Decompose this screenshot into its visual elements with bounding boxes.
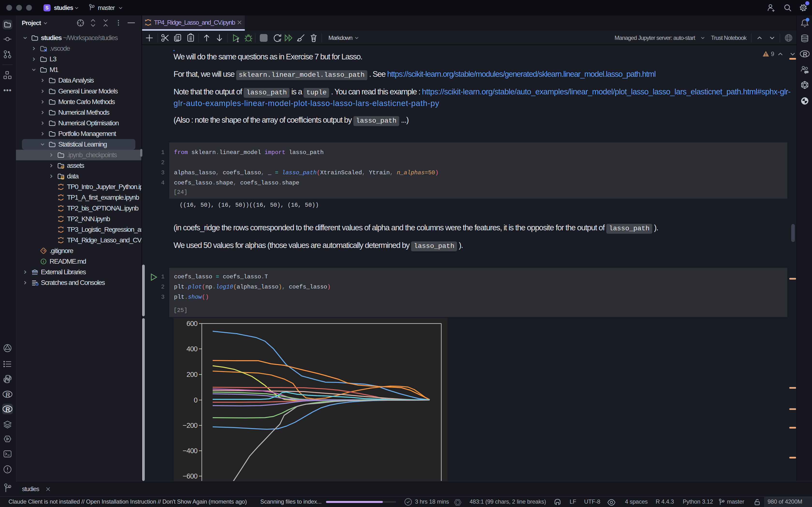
svg-text:400: 400	[187, 345, 197, 353]
svg-text:R: R	[6, 406, 10, 413]
svg-text:0: 0	[194, 396, 197, 404]
svg-text:−600: −600	[183, 472, 197, 480]
svg-text:200: 200	[187, 371, 197, 378]
svg-text:−400: −400	[183, 447, 197, 455]
svg-text:600: 600	[187, 320, 197, 327]
svg-text:R: R	[6, 391, 10, 398]
svg-text:−200: −200	[183, 421, 197, 429]
svg-text:R: R	[803, 51, 807, 58]
